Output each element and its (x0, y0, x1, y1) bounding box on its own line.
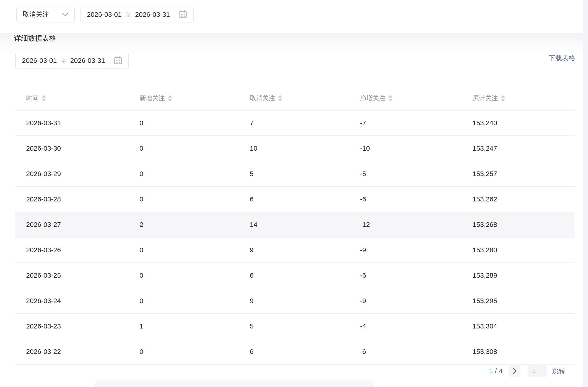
sort-carets-icon (388, 95, 393, 101)
table-row: 2026-03-31 0 7 -7 153,240 (15, 110, 575, 136)
column-header-net-follows[interactable]: 净增关注 (349, 86, 462, 110)
section-top-gradient (0, 33, 588, 53)
jump-button[interactable]: 跳转 (552, 366, 565, 375)
start-date: 2026-03-01 (22, 57, 57, 64)
data-table: 时间 新增关注 取消关注 净增关注 累计关注 2026-03-31 0 7 -7… (15, 86, 575, 365)
end-date: 2026-03-31 (70, 57, 105, 64)
date-range-picker-top[interactable]: 2026-03-01 至 2026-03-31 (80, 7, 194, 22)
table-row: 2026-03-29 0 5 -5 153,257 (15, 161, 575, 187)
table-row: 2026-03-24 0 9 -9 153,295 (15, 288, 575, 314)
chevron-right-icon (509, 365, 520, 377)
table-header-row: 时间 新增关注 取消关注 净增关注 累计关注 (15, 86, 575, 110)
page-jump-input[interactable] (528, 365, 547, 377)
download-table-link[interactable]: 下载表格 (549, 54, 575, 63)
table-row: 2026-03-23 1 5 -4 153,304 (15, 314, 575, 339)
metric-filter-select[interactable]: 取消关注 (16, 7, 75, 22)
end-date: 2026-03-31 (135, 11, 170, 18)
metric-filter-label: 取消关注 (23, 10, 49, 19)
date-separator: 至 (60, 57, 66, 65)
current-page: 1 (489, 367, 493, 375)
page-indicator: 1 / 4 (489, 367, 503, 375)
sort-carets-icon (168, 95, 172, 101)
pagination: 1 / 4 跳转 (489, 365, 565, 377)
sort-carets-icon (42, 95, 46, 101)
sort-carets-icon (278, 95, 282, 101)
sort-carets-icon (501, 95, 505, 101)
next-page-button[interactable] (509, 365, 520, 377)
calendar-icon (178, 10, 188, 20)
column-header-new-follows[interactable]: 新增关注 (129, 86, 239, 110)
column-header-unfollows[interactable]: 取消关注 (239, 86, 349, 110)
chevron-down-icon (62, 12, 68, 17)
total-pages: 4 (499, 367, 503, 375)
table-row: 2026-03-30 0 10 -10 153,247 (15, 136, 575, 161)
page-separator: / (495, 367, 497, 375)
scrollbar-track[interactable] (583, 0, 588, 387)
date-separator: 至 (125, 10, 131, 19)
column-header-total-follows[interactable]: 累计关注 (462, 86, 575, 110)
start-date: 2026-03-01 (87, 11, 122, 18)
table-row: 2026-03-28 0 6 -6 153,262 (15, 187, 575, 212)
bottom-partial-card (94, 379, 374, 387)
section-title: 详细数据表格 (14, 34, 56, 43)
calendar-icon (113, 56, 123, 65)
table-date-range-picker[interactable]: 2026-03-01 至 2026-03-31 (15, 53, 129, 68)
table-row: 2026-03-25 0 6 -6 153,289 (15, 263, 575, 288)
table-row: 2026-03-22 0 6 -6 153,308 (15, 339, 575, 365)
table-row-highlighted: 2026-03-27 2 14 -12 153,268 (15, 212, 575, 237)
column-header-time[interactable]: 时间 (15, 86, 129, 110)
table-row: 2026-03-26 0 9 -9 153,280 (15, 237, 575, 263)
